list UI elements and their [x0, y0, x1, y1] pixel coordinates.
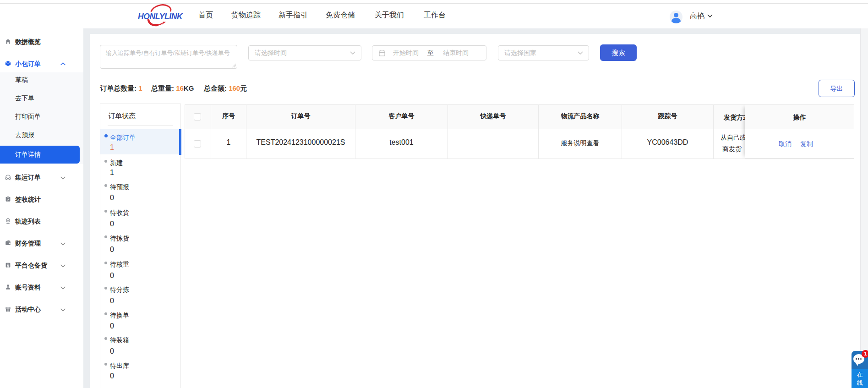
svg-text:HONLYLINK: HONLYLINK	[138, 12, 183, 21]
